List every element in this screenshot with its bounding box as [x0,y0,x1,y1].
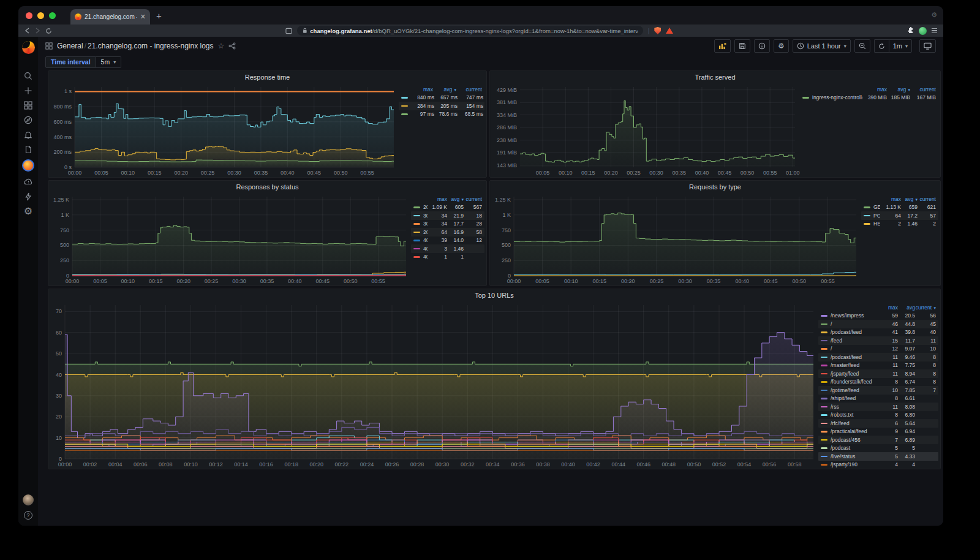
legend-row[interactable]: 2046416.958 [411,228,484,236]
legend-row[interactable]: 4043914.012 [411,236,484,245]
series-name[interactable]: /shipit/feed [831,395,882,401]
legend-sort-max[interactable]: max [880,196,901,202]
series-name[interactable]: 302 [423,213,428,219]
cloud-alert-icon[interactable] [24,177,33,186]
warning-extension-icon[interactable] [666,28,673,34]
breadcrumb-folder[interactable]: General [57,42,83,50]
legend-row[interactable]: /jsparty/feed118.948 [818,369,938,378]
browser-profile-avatar[interactable] [919,27,927,35]
cycle-view-mode-button[interactable] [919,39,936,53]
legend-sort-current[interactable]: current [456,86,482,93]
back-button[interactable] [24,28,30,34]
time-range-picker[interactable]: Last 1 hour▾ [793,39,851,53]
legend-sort-current[interactable]: current [464,196,482,202]
legend-row[interactable]: /shipit/feed86.61 [818,395,938,403]
legend-row[interactable]: /founderstalk/feed86.748 [818,378,938,387]
series-name[interactable]: GET [873,204,880,210]
dashboard-settings-button[interactable]: ⚙ [774,39,789,53]
grafana-logo[interactable] [22,41,35,54]
dashboards-icon[interactable] [24,100,33,110]
alerting-bell-icon[interactable] [24,130,33,139]
zoom-out-button[interactable] [854,39,870,53]
legend-row[interactable]: /rss118.08 [818,403,938,411]
legend-sort-max[interactable]: max [862,86,887,93]
legend-row[interactable]: /robots.txt86.80 [818,411,938,420]
browser-menu-icon[interactable] [932,28,937,33]
series-name[interactable]: /practicalai/feed [831,428,882,434]
forward-button[interactable] [35,28,40,34]
reload-button[interactable] [45,28,52,34]
legend-row[interactable]: ingress-nginx-controller-nwgc4390 MiB185… [800,94,938,102]
tab-strip-menu-icon[interactable]: ⚙ [931,12,937,18]
legend-sort-avg[interactable]: avg ▾ [433,86,456,93]
legend-sort-avg[interactable]: avg [898,305,915,311]
series-name[interactable]: / [831,346,882,352]
favorite-star-icon[interactable]: ☆ [218,42,225,50]
address-bar[interactable]: changelog.grafana.net/d/bQR_uOYGk/21-cha… [297,26,643,36]
series-name[interactable]: /robots.txt [831,412,882,418]
legend-row[interactable]: 40631.46 [411,244,484,253]
variable-value-dropdown[interactable]: 5m▾ [96,56,122,68]
legend-row[interactable]: 3023421.918 [411,211,484,220]
new-tab-button[interactable]: + [156,11,162,20]
series-name[interactable]: /live/status [831,453,882,460]
legend-row[interactable]: /jsparty/19044 [818,461,938,469]
series-name[interactable]: POST [873,213,880,219]
series-name[interactable]: /feed [831,338,882,344]
legend-row[interactable]: /practicalai/feed96.94 [818,428,938,436]
legend-row[interactable]: /live/status54.33 [818,452,938,461]
user-avatar[interactable] [23,494,34,505]
legend-row[interactable]: /podcast/45676.89 [818,436,938,444]
series-name[interactable]: 406 [423,246,428,252]
legend-row[interactable]: 40011 [411,253,484,262]
share-icon[interactable] [228,42,236,50]
close-window-button[interactable] [26,12,32,19]
help-icon[interactable]: ? [24,511,32,520]
series-name[interactable]: /news/impress [831,312,882,319]
series-name[interactable]: /rfc/feed [831,420,882,426]
series-name[interactable]: /founderstalk/feed [831,379,882,385]
legend-sort-max[interactable]: max [428,196,447,202]
legend-row[interactable]: GET1.13 K659621 [861,203,938,212]
series-name[interactable]: 200 [423,204,428,210]
legend-row[interactable]: HEAD21.462 [861,220,938,229]
legend-row[interactable]: /gotime/feed107.857 [818,386,938,395]
extensions-puzzle-icon[interactable] [907,27,914,34]
legend-sort-avg[interactable]: avg ▾ [447,196,464,202]
search-icon[interactable] [24,71,33,80]
legend-row[interactable]: /podcast55 [818,444,938,453]
series-name[interactable]: 304 [423,221,428,227]
minimize-window-button[interactable] [37,12,44,19]
dashboard-insights-button[interactable] [754,39,770,53]
legend-sort-avg[interactable]: avg ▾ [901,196,918,202]
series-name[interactable]: /podcast [831,445,882,451]
series-name[interactable]: 400 [423,254,428,260]
legend-sort-current[interactable]: current [918,196,936,202]
legend-row[interactable]: 99p840 ms657 ms747 ms [399,94,484,102]
legend-row[interactable]: /4644.845 [818,320,938,328]
legend-row[interactable]: /129.0710 [818,345,938,354]
legend-row[interactable]: /news/impress5920.556 [818,312,938,320]
series-name[interactable]: ingress-nginx-controller-nwgc4 [812,94,862,100]
traffic-served-chart[interactable]: 143 MiB191 MiB238 MiB286 MiB334 MiB381 M… [492,83,800,176]
panel-title[interactable]: Responses by status [48,181,486,193]
panel-title[interactable]: Traffic served [490,71,940,83]
legend-row[interactable]: /feed1511.711 [818,336,938,345]
docs-file-icon[interactable] [24,145,33,154]
zoom-window-button[interactable] [49,12,56,19]
panel-title[interactable]: Response time [48,71,486,83]
series-name[interactable]: /gotime/feed [831,387,882,393]
tab-close-icon[interactable]: ✕ [140,13,146,20]
legend-sort-max[interactable]: max [410,86,433,93]
create-plus-icon[interactable] [24,86,33,95]
legend-sort-current[interactable]: current [910,86,936,93]
series-name[interactable]: /rss [831,404,882,410]
legend-sort-max[interactable]: max [882,305,898,311]
browser-tab[interactable]: 21.changelog.com - ingress-ng ✕ [70,9,150,25]
dashboard-title[interactable]: 21.changelog.com - ingress-nginx logs [88,42,213,50]
legend-row[interactable]: /podcast/feed119.468 [818,353,938,361]
responses-by-status-chart[interactable]: 02505007501 K1.25 K00:0000:0500:1000:150… [50,193,411,284]
refresh-interval-picker[interactable]: 1m▾ [889,39,912,53]
legend-row[interactable]: 2001.09 K605567 [411,203,484,212]
refresh-button[interactable] [874,39,889,53]
